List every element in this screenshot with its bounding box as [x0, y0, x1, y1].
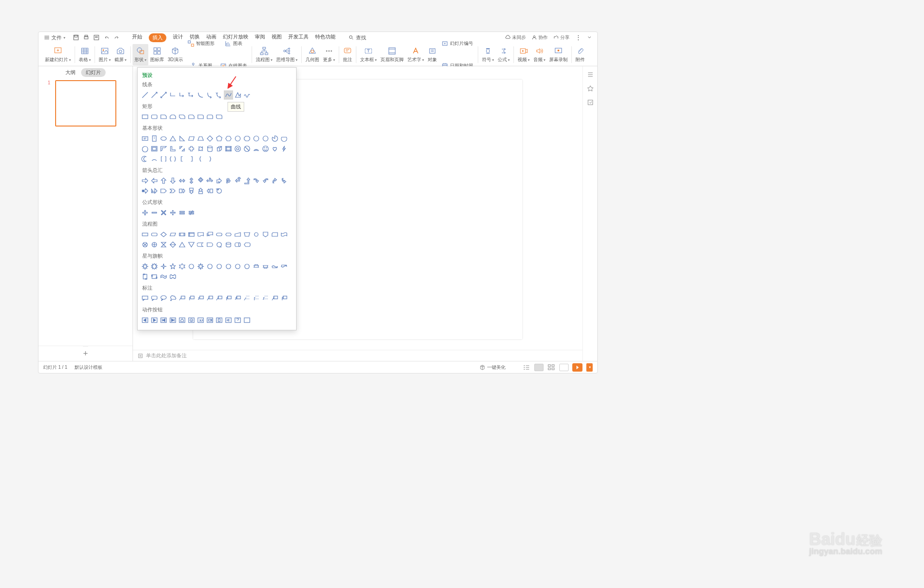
- shape-diamond[interactable]: [205, 134, 215, 143]
- shape-scribble[interactable]: [242, 90, 252, 100]
- fc-display[interactable]: [242, 240, 252, 249]
- shape-arrow-callout-u[interactable]: [196, 186, 205, 196]
- shape-plus-sign[interactable]: [140, 208, 150, 217]
- shape-right-bracket[interactable]: [187, 154, 196, 164]
- fc-stored-data[interactable]: [196, 240, 205, 249]
- shape-star5[interactable]: [168, 262, 177, 271]
- shape-arrow-callout-r[interactable]: [177, 186, 187, 196]
- shape-circular-arrow[interactable]: [215, 186, 224, 196]
- fc-process[interactable]: [140, 230, 150, 239]
- print-icon[interactable]: [83, 34, 89, 41]
- fc-preparation[interactable]: [224, 230, 233, 239]
- shape-ribbon-down[interactable]: [261, 262, 270, 271]
- tab-devtools[interactable]: 开发工具: [288, 33, 309, 42]
- shape-star16[interactable]: [224, 262, 233, 271]
- ab-blank[interactable]: [242, 316, 252, 325]
- shape-line-arrow[interactable]: [150, 90, 159, 100]
- fc-summing[interactable]: [140, 240, 150, 249]
- shape-line-callout1[interactable]: [177, 294, 187, 303]
- shape-text-box[interactable]: [140, 134, 150, 143]
- add-slide-button[interactable]: +: [83, 346, 88, 361]
- ribbon-more[interactable]: 更多: [321, 44, 337, 65]
- ribbon-mindmap[interactable]: 思维导图: [274, 44, 299, 65]
- shape-diag-stripe[interactable]: [177, 144, 187, 153]
- shape-explosion2[interactable]: [150, 262, 159, 271]
- shape-snip-same[interactable]: [168, 112, 177, 121]
- shape-snip-diag[interactable]: [177, 112, 187, 121]
- shape-parallelogram[interactable]: [187, 134, 196, 143]
- shape-curve-double[interactable]: [215, 90, 224, 100]
- shape-double-bracket[interactable]: [159, 154, 168, 164]
- fc-manual-input[interactable]: [233, 230, 242, 239]
- fc-alt-process[interactable]: [150, 230, 159, 239]
- shape-smiley[interactable]: [261, 144, 270, 153]
- ribbon-image[interactable]: 图片: [97, 44, 113, 65]
- slideshow-dropdown[interactable]: ▾: [586, 363, 593, 372]
- outline-tab[interactable]: 大纲: [65, 69, 76, 76]
- shape-half-frame[interactable]: [159, 144, 168, 153]
- shape-line-callout4[interactable]: [205, 294, 215, 303]
- shape-oval[interactable]: [159, 134, 168, 143]
- shape-snip-single[interactable]: [159, 112, 168, 121]
- fc-multidoc[interactable]: [205, 230, 215, 239]
- shape-plus[interactable]: [187, 144, 196, 153]
- tab-insert[interactable]: 插入: [149, 33, 166, 42]
- tab-design[interactable]: 设计: [173, 33, 183, 42]
- view-reading[interactable]: [559, 364, 569, 371]
- ribbon-symbol[interactable]: 符号: [480, 44, 496, 65]
- shape-minus[interactable]: [150, 208, 159, 217]
- shape-triangle[interactable]: [168, 134, 177, 143]
- ribbon-comment[interactable]: 批注: [341, 44, 354, 65]
- ribbon-smart-graphic[interactable]: 智能图形: [185, 33, 217, 54]
- ribbon-header-footer[interactable]: 页眉和页脚: [379, 44, 405, 65]
- shape-teardrop[interactable]: [140, 144, 150, 153]
- ab-back[interactable]: [140, 316, 150, 325]
- shape-line-callout3-accent[interactable]: [233, 294, 242, 303]
- ribbon-screenshot[interactable]: 截屏: [113, 44, 128, 65]
- shape-moon[interactable]: [140, 154, 150, 164]
- fc-predefined[interactable]: [177, 230, 187, 239]
- ribbon-new-slide[interactable]: 新建幻灯片: [43, 44, 73, 65]
- view-sorter-icon[interactable]: [547, 364, 556, 371]
- shape-elbow[interactable]: [168, 90, 177, 100]
- shape-round-rect[interactable]: [150, 112, 159, 121]
- shape-elbow-arrow[interactable]: [177, 90, 187, 100]
- tools-icon-3[interactable]: [587, 99, 594, 106]
- shape-vert-scroll[interactable]: [140, 272, 150, 281]
- fc-document[interactable]: [196, 230, 205, 239]
- shape-line-callout3-noborder[interactable]: [261, 294, 270, 303]
- ab-movie[interactable]: [205, 316, 215, 325]
- shape-line-callout1-noborder[interactable]: [242, 294, 252, 303]
- shape-snip-round[interactable]: [187, 112, 196, 121]
- undo-icon[interactable]: [103, 34, 110, 41]
- slides-tab[interactable]: 幻灯片: [81, 68, 106, 77]
- tab-start[interactable]: 开始: [132, 33, 142, 42]
- shape-arrow-leftright[interactable]: [177, 176, 187, 185]
- view-normal[interactable]: [534, 364, 544, 371]
- save-icon[interactable]: [73, 34, 79, 41]
- shape-right-triangle[interactable]: [177, 134, 187, 143]
- collapse-ribbon[interactable]: [587, 35, 592, 40]
- shape-curved-ribbon-down[interactable]: [279, 262, 289, 271]
- shape-arrow-down[interactable]: [168, 176, 177, 185]
- shape-star32[interactable]: [242, 262, 252, 271]
- shape-arrow-bent[interactable]: [215, 176, 224, 185]
- ab-return[interactable]: [196, 316, 205, 325]
- shape-arrow-bentup[interactable]: [242, 176, 252, 185]
- ribbon-textbox[interactable]: 文本框: [358, 44, 379, 65]
- shape-arrow-leftup[interactable]: [233, 176, 242, 185]
- shape-round-same[interactable]: [205, 112, 215, 121]
- fc-connector[interactable]: [252, 230, 261, 239]
- view-list-icon[interactable]: [522, 364, 531, 371]
- shape-hexagon[interactable]: [224, 134, 233, 143]
- shape-arrow-curved-down[interactable]: [279, 176, 289, 185]
- shape-pentagon[interactable]: [215, 134, 224, 143]
- fc-merge[interactable]: [187, 240, 196, 249]
- shape-decagon[interactable]: [252, 134, 261, 143]
- shape-arc[interactable]: [150, 154, 159, 164]
- shape-arrow-callout-l[interactable]: [205, 186, 215, 196]
- shape-equal[interactable]: [177, 208, 187, 217]
- shape-l-shape[interactable]: [168, 144, 177, 153]
- shape-star6[interactable]: [177, 262, 187, 271]
- shape-wave[interactable]: [159, 272, 168, 281]
